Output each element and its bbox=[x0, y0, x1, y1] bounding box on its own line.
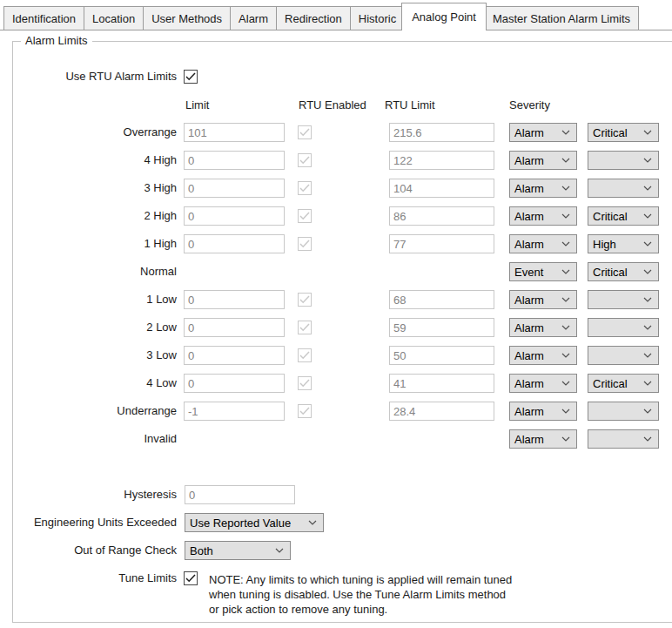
priority-value: Critical bbox=[593, 210, 628, 223]
rtu-limit-input[interactable] bbox=[389, 123, 494, 142]
limit-input[interactable] bbox=[184, 318, 285, 337]
tab-user-methods[interactable]: User Methods bbox=[143, 6, 231, 30]
rtu-enabled-checkbox[interactable] bbox=[298, 181, 312, 195]
rtu-enabled-checkbox[interactable] bbox=[298, 321, 312, 334]
out-of-range-check-dropdown[interactable]: Both bbox=[185, 541, 291, 560]
tab-historic[interactable]: Historic bbox=[350, 6, 405, 30]
limit-input[interactable] bbox=[184, 179, 285, 198]
tab-label: Alarm bbox=[239, 12, 268, 25]
rtu-enabled-checkbox[interactable] bbox=[298, 237, 312, 251]
rtu-limit-input[interactable] bbox=[389, 234, 494, 253]
row-label: Underrange bbox=[0, 402, 177, 421]
rtu-limit-input[interactable] bbox=[389, 151, 494, 170]
rtu-limit-input[interactable] bbox=[389, 206, 494, 226]
tab-label: Identification bbox=[12, 12, 76, 25]
row-label: Overrange bbox=[0, 123, 177, 142]
severity-dropdown[interactable]: Event bbox=[509, 262, 577, 281]
limit-input[interactable] bbox=[184, 123, 285, 142]
limit-input[interactable] bbox=[184, 374, 285, 393]
priority-dropdown[interactable] bbox=[588, 151, 659, 170]
priority-dropdown[interactable] bbox=[588, 346, 659, 365]
priority-dropdown[interactable] bbox=[588, 402, 659, 421]
tune-limits-note: NOTE: Any limits to which tuning is appl… bbox=[209, 572, 512, 617]
severity-dropdown[interactable]: Alarm bbox=[509, 151, 577, 170]
checkmark-icon bbox=[299, 379, 310, 388]
rtu-enabled-checkbox[interactable] bbox=[298, 153, 312, 167]
severity-dropdown[interactable]: Alarm bbox=[509, 374, 577, 393]
priority-dropdown[interactable] bbox=[588, 318, 659, 337]
engineering-units-exceeded-dropdown[interactable]: Use Reported Value bbox=[185, 513, 324, 532]
rtu-limit-input[interactable] bbox=[389, 374, 494, 393]
limit-input[interactable] bbox=[184, 402, 285, 421]
checkmark-icon bbox=[299, 295, 310, 304]
limit-input[interactable] bbox=[184, 151, 285, 170]
tab-identification[interactable]: Identification bbox=[3, 6, 84, 30]
severity-dropdown[interactable]: Alarm bbox=[509, 290, 577, 309]
priority-dropdown[interactable]: Critical bbox=[588, 374, 659, 393]
rtu-enabled-column-header: RTU Enabled bbox=[299, 98, 366, 111]
chevron-down-icon bbox=[561, 269, 570, 274]
hysteresis-row: Hysteresis bbox=[0, 485, 672, 504]
limit-input[interactable] bbox=[184, 206, 285, 226]
priority-dropdown[interactable] bbox=[588, 290, 659, 309]
out-of-range-check-value: Both bbox=[190, 544, 213, 557]
rtu-enabled-checkbox[interactable] bbox=[298, 376, 312, 390]
tune-limits-checkbox[interactable] bbox=[184, 571, 198, 585]
tab-analog-point[interactable]: Analog Point bbox=[401, 3, 487, 30]
severity-dropdown[interactable]: Alarm bbox=[509, 123, 577, 142]
alarm-limit-row: 4 Low Alarm Critical bbox=[0, 374, 672, 393]
note-line: NOTE: Any limits to which tuning is appl… bbox=[209, 572, 512, 587]
chevron-down-icon bbox=[561, 213, 570, 219]
priority-dropdown[interactable]: Critical bbox=[588, 206, 659, 226]
alarm-limit-row: 4 High Alarm bbox=[0, 151, 672, 170]
tab-alarm[interactable]: Alarm bbox=[230, 6, 277, 30]
limit-input[interactable] bbox=[184, 346, 285, 365]
severity-dropdown[interactable]: Alarm bbox=[509, 179, 577, 198]
limit-input[interactable] bbox=[184, 290, 285, 309]
use-rtu-alarm-limits-checkbox[interactable] bbox=[184, 70, 198, 84]
severity-dropdown[interactable]: Alarm bbox=[509, 402, 577, 421]
groupbox-title: Alarm Limits bbox=[21, 34, 92, 47]
row-label: 1 Low bbox=[0, 290, 177, 309]
rtu-enabled-checkbox[interactable] bbox=[298, 293, 312, 307]
rtu-enabled-checkbox[interactable] bbox=[298, 348, 312, 362]
rtu-enabled-checkbox[interactable] bbox=[298, 404, 312, 418]
rtu-limit-input[interactable] bbox=[389, 179, 494, 198]
severity-dropdown[interactable]: Alarm bbox=[509, 346, 577, 365]
rtu-limit-input[interactable] bbox=[389, 402, 494, 421]
out-of-range-check-label: Out of Range Check bbox=[0, 541, 177, 560]
severity-column-header: Severity bbox=[509, 98, 550, 111]
rtu-limit-input[interactable] bbox=[389, 318, 494, 337]
hysteresis-input[interactable] bbox=[185, 485, 295, 504]
rtu-limit-input[interactable] bbox=[389, 346, 494, 365]
rtu-enabled-checkbox[interactable] bbox=[298, 209, 312, 223]
severity-dropdown[interactable]: Alarm bbox=[509, 234, 577, 253]
severity-dropdown[interactable]: Alarm bbox=[509, 429, 577, 449]
rtu-enabled-checkbox[interactable] bbox=[298, 125, 312, 139]
checkmark-icon bbox=[299, 323, 310, 332]
chevron-down-icon bbox=[643, 436, 652, 442]
priority-dropdown[interactable] bbox=[588, 179, 659, 198]
limit-input[interactable] bbox=[184, 234, 285, 253]
tab-redirection[interactable]: Redirection bbox=[276, 6, 351, 30]
column-headers: Limit RTU Enabled RTU Limit Severity bbox=[0, 98, 672, 112]
severity-dropdown[interactable]: Alarm bbox=[509, 318, 577, 337]
tab-label: Historic bbox=[359, 12, 396, 25]
rtu-limit-input[interactable] bbox=[389, 290, 494, 309]
severity-dropdown[interactable]: Alarm bbox=[509, 206, 577, 226]
tab-location[interactable]: Location bbox=[84, 6, 144, 30]
priority-dropdown[interactable]: High bbox=[588, 234, 659, 253]
row-label: Normal bbox=[0, 262, 177, 281]
priority-dropdown[interactable]: Critical bbox=[588, 123, 659, 142]
alarm-limit-row: Overrange Alarm Critical bbox=[0, 123, 672, 142]
chevron-down-icon bbox=[643, 241, 652, 246]
priority-dropdown[interactable]: Critical bbox=[588, 262, 659, 281]
tab-master-station-alarm-limits[interactable]: Master Station Alarm Limits bbox=[484, 6, 639, 30]
note-line: or pick action to remove any tuning. bbox=[209, 602, 512, 617]
chevron-down-icon bbox=[643, 297, 652, 302]
chevron-down-icon bbox=[561, 353, 570, 358]
checkmark-icon bbox=[299, 184, 310, 192]
chevron-down-icon bbox=[643, 381, 652, 386]
priority-dropdown[interactable] bbox=[588, 429, 659, 449]
row-label: 1 High bbox=[0, 234, 177, 253]
